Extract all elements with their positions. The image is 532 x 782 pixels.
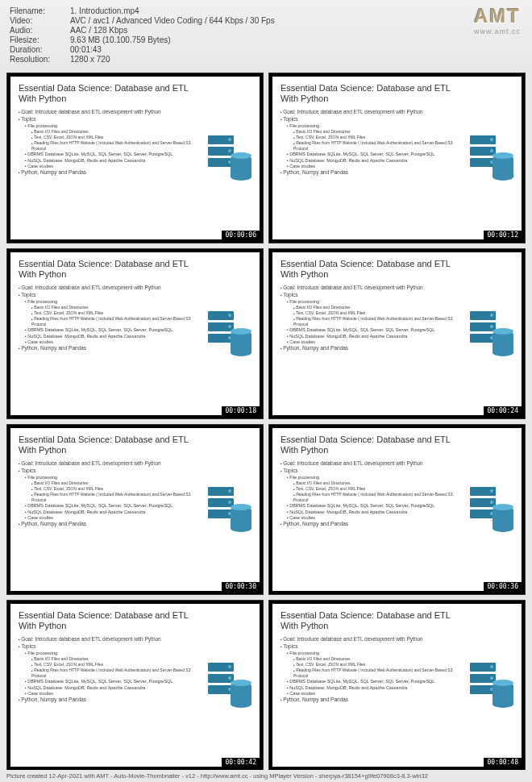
- slide-cs: Case studies: [25, 339, 205, 345]
- slide-fp2: Text, CSV, Excel, JSON and XML Files: [31, 486, 205, 492]
- database-icon: [467, 610, 517, 762]
- video-thumbnail[interactable]: Essential Data Science: Database and ETL…: [6, 424, 264, 595]
- slide-text: Essential Data Science: Database and ETL…: [281, 435, 467, 586]
- slide-title: Essential Data Science: Database and ETL…: [19, 83, 205, 104]
- thumbnail-grid: Essential Data Science: Database and ETL…: [0, 69, 532, 774]
- slide-text: Essential Data Science: Database and ETL…: [281, 610, 467, 762]
- meta-row: Audio:AAC / 128 Kbps: [10, 26, 522, 35]
- database-icon: [467, 259, 517, 410]
- slide-content: Essential Data Science: Database and ETL…: [10, 604, 260, 767]
- slide-title: Essential Data Science: Database and ETL…: [19, 435, 205, 455]
- timestamp-badge: 00:00:18: [222, 406, 260, 415]
- slide-fp3: Reading Files from HTTP Website ( Includ…: [31, 668, 205, 679]
- slide-fp3: Reading Files from HTTP Website ( Includ…: [31, 492, 205, 503]
- slide-cs: Case studies: [25, 691, 205, 697]
- slide-text: Essential Data Science: Database and ETL…: [19, 610, 205, 762]
- slide-fp1: Basic I/O Files and Directories: [293, 480, 467, 486]
- meta-value: AAC / 128 Kbps: [70, 26, 522, 35]
- slide-title: Essential Data Science: Database and ETL…: [281, 259, 467, 280]
- slide-fp2: Text, CSV, Excel, JSON and XML Files: [31, 310, 205, 316]
- slide-topics: Topics File processing Basic I/O Files a…: [281, 116, 467, 169]
- slide-fp: File processing Basic I/O Files and Dire…: [25, 475, 205, 503]
- slide-nosql: NoSQL Database: MongoDB, Redis and Apach…: [25, 158, 205, 164]
- slide-fp1: Basic I/O Files and Directories: [293, 305, 467, 310]
- slide-db: DBRMS Database SQLite, MySQL, SQL Server…: [287, 152, 467, 157]
- slide-topics: Topics File processing Basic I/O Files a…: [281, 292, 467, 345]
- slide-fp2: Text, CSV, Excel, JSON and XML Files: [31, 662, 205, 668]
- slide-db: DBRMS Database SQLite, MySQL, SQL Server…: [25, 327, 205, 333]
- slide-fp2: Text, CSV, Excel, JSON and XML Files: [31, 135, 205, 140]
- slide-cs: Case studies: [287, 691, 467, 697]
- slide-fp1: Basic I/O Files and Directories: [293, 656, 467, 662]
- timestamp-badge: 00:00:24: [484, 406, 522, 415]
- slide-db: DBRMS Database SQLite, MySQL, SQL Server…: [287, 679, 467, 684]
- slide-nosql: NoSQL Database: MongoDB, Redis and Apach…: [287, 685, 467, 691]
- timestamp-badge: 00:00:36: [484, 582, 522, 591]
- video-thumbnail[interactable]: Essential Data Science: Database and ETL…: [6, 248, 264, 419]
- slide-fp1: Basic I/O Files and Directories: [31, 305, 205, 310]
- slide-title: Essential Data Science: Database and ETL…: [281, 435, 467, 455]
- slide-fp: File processing Basic I/O Files and Dire…: [287, 651, 467, 679]
- slide-nosql: NoSQL Database: MongoDB, Redis and Apach…: [287, 334, 467, 339]
- meta-value: 1280 x 720: [70, 55, 522, 64]
- slide-title: Essential Data Science: Database and ETL…: [281, 83, 467, 104]
- meta-label: Video:: [10, 16, 70, 25]
- video-thumbnail[interactable]: Essential Data Science: Database and ETL…: [6, 600, 264, 771]
- video-thumbnail[interactable]: Essential Data Science: Database and ETL…: [268, 73, 526, 243]
- meta-row: Filesize:9.63 MB (10.100.759 Bytes): [10, 35, 522, 44]
- database-icon: [467, 435, 517, 586]
- video-thumbnail[interactable]: Essential Data Science: Database and ETL…: [6, 73, 264, 243]
- meta-row: Duration:00:01:43: [10, 45, 522, 54]
- slide-fp2: Text, CSV, Excel, JSON and XML Files: [293, 135, 467, 140]
- meta-value: 00:01:43: [70, 45, 522, 54]
- slide-topics: Topics File processing Basic I/O Files a…: [19, 643, 205, 697]
- metadata-header: Filename:1. Introduction.mp4Video:AVC / …: [0, 0, 532, 69]
- slide-fp3: Reading Files from HTTP Website ( Includ…: [293, 492, 467, 503]
- slide-content: Essential Data Science: Database and ETL…: [272, 604, 522, 767]
- slide-db: DBRMS Database SQLite, MySQL, SQL Server…: [287, 327, 467, 333]
- slide-fp2: Text, CSV, Excel, JSON and XML Files: [293, 310, 467, 316]
- slide-text: Essential Data Science: Database and ETL…: [281, 83, 467, 235]
- slide-topics: Topics File processing Basic I/O Files a…: [281, 643, 467, 697]
- slide-nosql: NoSQL Database: MongoDB, Redis and Apach…: [25, 685, 205, 691]
- meta-value: 9.63 MB (10.100.759 Bytes): [70, 35, 522, 44]
- meta-row: Video:AVC / avc1 / Advanced Video Coding…: [10, 16, 522, 25]
- timestamp-badge: 00:00:12: [484, 231, 522, 239]
- slide-content: Essential Data Science: Database and ETL…: [272, 77, 522, 239]
- timestamp-badge: 00:00:42: [222, 758, 260, 767]
- meta-value: AVC / avc1 / Advanced Video Coding / 644…: [70, 16, 522, 25]
- slide-goal: Goal: Introduce database and ETL develop…: [281, 636, 467, 643]
- meta-label: Duration:: [10, 45, 70, 54]
- meta-row: Filename:1. Introduction.mp4: [10, 6, 522, 15]
- slide-libs: Python, Numpy and Pandas: [19, 345, 205, 352]
- slide-fp: File processing Basic I/O Files and Dire…: [287, 123, 467, 152]
- slide-fp2: Text, CSV, Excel, JSON and XML Files: [293, 662, 467, 668]
- slide-topics: Topics File processing Basic I/O Files a…: [19, 468, 205, 521]
- database-icon: [205, 259, 255, 410]
- slide-goal: Goal: Introduce database and ETL develop…: [19, 636, 205, 643]
- slide-goal: Goal: Introduce database and ETL develop…: [19, 109, 205, 116]
- slide-libs: Python, Numpy and Pandas: [19, 697, 205, 704]
- slide-nosql: NoSQL Database: MongoDB, Redis and Apach…: [25, 510, 205, 515]
- video-thumbnail[interactable]: Essential Data Science: Database and ETL…: [268, 248, 526, 419]
- slide-content: Essential Data Science: Database and ETL…: [10, 77, 260, 239]
- amt-logo: AMT www.amt.cc: [474, 5, 521, 35]
- slide-content: Essential Data Science: Database and ETL…: [10, 428, 260, 591]
- meta-label: Filesize:: [10, 35, 70, 44]
- slide-text: Essential Data Science: Database and ETL…: [19, 83, 205, 235]
- meta-label: Audio:: [10, 26, 70, 35]
- video-thumbnail[interactable]: Essential Data Science: Database and ETL…: [268, 424, 526, 595]
- meta-row: Resolution:1280 x 720: [10, 55, 522, 64]
- slide-libs: Python, Numpy and Pandas: [281, 521, 467, 528]
- slide-fp1: Basic I/O Files and Directories: [31, 129, 205, 135]
- slide-cs: Case studies: [25, 515, 205, 521]
- slide-topics: Topics File processing Basic I/O Files a…: [19, 116, 205, 169]
- slide-text: Essential Data Science: Database and ETL…: [19, 259, 205, 410]
- meta-label: Resolution:: [10, 55, 70, 64]
- video-thumbnail[interactable]: Essential Data Science: Database and ETL…: [268, 600, 526, 771]
- slide-content: Essential Data Science: Database and ETL…: [272, 428, 522, 591]
- slide-libs: Python, Numpy and Pandas: [19, 169, 205, 177]
- slide-fp: File processing Basic I/O Files and Dire…: [25, 123, 205, 152]
- timestamp-badge: 00:00:48: [484, 758, 522, 767]
- slide-db: DBRMS Database SQLite, MySQL, SQL Server…: [25, 679, 205, 684]
